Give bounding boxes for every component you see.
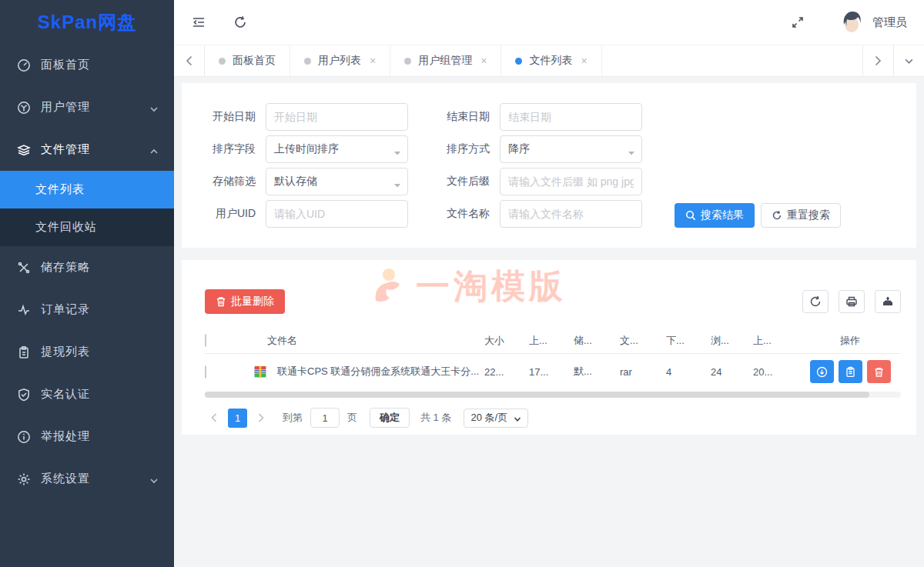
prev-page-icon[interactable] (205, 409, 223, 427)
sidebar-item-orders[interactable]: 订单记录 (0, 289, 174, 331)
caret-down-icon (393, 147, 401, 155)
sidebar-item-dashboard[interactable]: 面板首页 (0, 44, 174, 86)
main-area: 管理员 面板首页 用户列表 × 用户组管理 (174, 0, 924, 567)
rar-file-icon (253, 364, 268, 379)
sort-field-select[interactable]: 上传时间排序 (266, 135, 408, 163)
select-all-checkbox[interactable] (205, 334, 206, 347)
files-submenu: 文件列表 文件回收站 (0, 171, 174, 246)
tabs-scroll-left-button[interactable] (174, 45, 205, 76)
tab-user-group[interactable]: 用户组管理 × (390, 45, 501, 76)
sort-order-label: 排序方式 (408, 142, 500, 156)
goto-prefix: 到第 (283, 411, 303, 425)
sidebar-item-label: 提现列表 (41, 345, 159, 359)
table-row: 联通卡CPS 联通分销佣金系统联通大王卡分... 22... 17... 默..… (205, 354, 901, 389)
copy-link-button[interactable] (839, 360, 862, 383)
search-button[interactable]: 搜索结果 (675, 203, 755, 228)
start-date-input[interactable] (266, 103, 408, 131)
table-card: 一淘模版 批量删除 (182, 260, 916, 435)
next-page-icon[interactable] (252, 409, 270, 427)
scrollbar-thumb[interactable] (205, 392, 869, 398)
tabs-menu-button[interactable] (893, 45, 924, 76)
goto-confirm-button[interactable]: 确定 (370, 408, 410, 428)
menu-fold-icon[interactable] (191, 15, 206, 30)
end-date-label: 结束日期 (408, 110, 500, 124)
col-downloads: 下... (666, 334, 711, 348)
cell-suffix: rar (620, 366, 666, 378)
cell-downloads: 4 (666, 366, 711, 378)
sidebar-item-label: 文件管理 (41, 142, 149, 157)
cell-upload-time: 17... (529, 366, 574, 378)
fullscreen-icon[interactable] (791, 15, 805, 29)
user-uid-input[interactable] (266, 200, 408, 228)
filter-buttons: 搜索结果 重置搜索 (675, 203, 841, 228)
table-refresh-button[interactable] (802, 290, 829, 313)
file-suffix-label: 文件后缀 (408, 175, 500, 188)
refresh-icon[interactable] (233, 15, 248, 30)
sidebar-subitem-label: 文件回收站 (35, 220, 97, 235)
storage-filter-select[interactable]: 默认存储 (266, 168, 408, 195)
caret-down-icon (514, 414, 521, 422)
sidebar-subitem-file-recycle[interactable]: 文件回收站 (0, 208, 174, 246)
print-button[interactable] (839, 290, 865, 313)
sidebar-item-withdraw[interactable]: 提现列表 (0, 331, 174, 373)
sort-order-select[interactable]: 降序 (500, 135, 642, 163)
start-date-label: 开始日期 (182, 110, 266, 124)
current-page-button[interactable]: 1 (228, 409, 247, 428)
col-uploader: 上... (753, 334, 799, 348)
tab-close-icon[interactable]: × (581, 55, 587, 67)
user-uid-label: 用户UID (182, 207, 266, 221)
sidebar-item-verify[interactable]: 实名认证 (0, 373, 174, 415)
app-root: SkPan网盘 面板首页 用户管理 (0, 0, 924, 567)
sidebar-item-settings[interactable]: 系统设置 (0, 458, 174, 500)
batch-delete-button[interactable]: 批量删除 (205, 289, 285, 314)
sidebar-item-storage-policy[interactable]: 储存策略 (0, 246, 174, 289)
row-checkbox[interactable] (205, 365, 206, 379)
table-actions (802, 290, 901, 313)
sidebar-item-files[interactable]: 文件管理 (0, 128, 174, 171)
sidebar-item-label: 举报处理 (41, 429, 159, 444)
sidebar-item-report[interactable]: 举报处理 (0, 415, 174, 458)
col-upload-time: 上... (529, 334, 574, 348)
info-circle-icon (17, 430, 31, 444)
download-button[interactable] (810, 360, 834, 383)
export-button[interactable] (875, 290, 901, 313)
app-logo[interactable]: SkPan网盘 (0, 0, 174, 44)
admin-name[interactable]: 管理员 (872, 15, 907, 30)
storage-filter-value: 默认存储 (274, 175, 317, 188)
sidebar-item-label: 实名认证 (41, 387, 159, 402)
goto-page-input[interactable] (310, 408, 340, 428)
row-actions (799, 360, 901, 383)
file-suffix-input[interactable] (500, 168, 642, 195)
sidebar-subitem-file-list[interactable]: 文件列表 (0, 171, 174, 208)
sidebar-menu: 面板首页 用户管理 文件管理 (0, 44, 174, 567)
cell-storage: 默... (574, 365, 620, 379)
file-name[interactable]: 联通卡CPS 联通分销佣金系统联通大王卡分... (277, 365, 479, 379)
tab-label: 用户列表 (318, 54, 361, 68)
sidebar-item-users[interactable]: 用户管理 (0, 86, 174, 128)
sidebar-item-label: 储存策略 (41, 260, 159, 275)
sidebar-item-label: 用户管理 (41, 100, 149, 115)
page-size-select[interactable]: 20 条/页 (464, 409, 528, 428)
tab-dot (219, 58, 226, 65)
tab-close-icon[interactable]: × (370, 55, 376, 67)
tab-user-list[interactable]: 用户列表 × (290, 45, 390, 76)
reset-search-button[interactable]: 重置搜索 (761, 203, 841, 228)
tabs-scroll-right-button[interactable] (862, 45, 893, 76)
end-date-input[interactable] (500, 103, 642, 131)
content-area: 开始日期 结束日期 排序字段 上传时间排序 (174, 77, 924, 567)
horizontal-scrollbar[interactable] (205, 392, 901, 398)
delete-button[interactable] (867, 360, 891, 383)
filter-card: 开始日期 结束日期 排序字段 上传时间排序 (182, 83, 916, 248)
tab-dashboard[interactable]: 面板首页 (205, 45, 290, 76)
sidebar-item-label: 订单记录 (41, 302, 159, 317)
file-name-input[interactable] (500, 200, 642, 228)
filter-row: 排序字段 上传时间排序 排序方式 降序 (182, 135, 916, 163)
cell-uploader: 20... (753, 366, 799, 378)
tabbar: 面板首页 用户列表 × 用户组管理 × 文件列表 × (174, 45, 924, 77)
tab-label: 文件列表 (529, 54, 572, 68)
sidebar-item-label: 系统设置 (41, 472, 149, 486)
avatar[interactable] (839, 9, 865, 35)
tab-close-icon[interactable]: × (480, 55, 487, 67)
sort-order-value: 降序 (508, 142, 530, 156)
tab-file-list[interactable]: 文件列表 × (501, 45, 601, 76)
